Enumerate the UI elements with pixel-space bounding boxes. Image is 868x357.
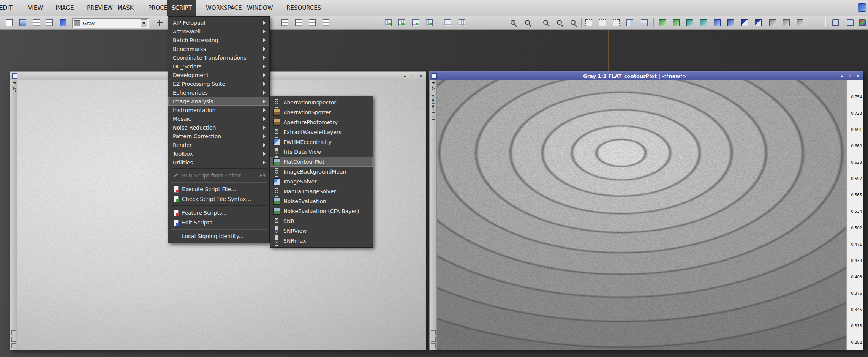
resize-mode-icon[interactable]	[11, 343, 16, 348]
split-horizontal-icon[interactable]	[625, 17, 635, 28]
minimize-button[interactable]	[394, 73, 400, 79]
menu-item-aip-felopaul[interactable]: AIP Felopaul	[168, 18, 269, 27]
process-icon-3[interactable]	[685, 17, 695, 28]
pan-mode-icon[interactable]	[11, 337, 16, 342]
maximize-button[interactable]	[409, 73, 416, 79]
pan-icon[interactable]	[154, 17, 165, 28]
menu-item-instrumentation[interactable]: Instrumentation	[168, 106, 269, 114]
grid-green-icon-3[interactable]	[410, 17, 421, 28]
annotate-icon-2[interactable]	[753, 17, 764, 28]
readout-icon-2[interactable]	[293, 17, 304, 28]
grid-green-icon-1[interactable]	[383, 17, 394, 28]
menu-item-batch-processing[interactable]: Batch Processing	[168, 36, 269, 44]
resize-mode-icon[interactable]	[431, 343, 436, 348]
window-contour[interactable]: Gray 1:2 FLAT_contourPlot | <*new*> FLAT…	[429, 71, 863, 350]
menu-item-ez-processing-suite[interactable]: EZ Processing Suite	[168, 79, 269, 88]
submenu-item-snrview[interactable]: SNRView	[270, 226, 373, 236]
submenu-item-noiseevaluation-cfa-bayer[interactable]: NoiseEvaluation (CFA Bayer)	[270, 206, 373, 216]
process-icon-4[interactable]	[698, 17, 709, 28]
menu-item-development[interactable]: Development	[168, 71, 269, 79]
monitor-icon-2[interactable]	[845, 17, 855, 28]
pan-mode-icon[interactable]	[431, 337, 436, 342]
mask-icon-1[interactable]	[712, 17, 723, 28]
submenu-item-flatcontourplot[interactable]: FlatContourPlot	[270, 157, 373, 167]
submenu-item-aperturephotometry[interactable]: AperturePhotometry	[270, 117, 373, 127]
submenu-item-snrmax[interactable]: SNRmax	[270, 236, 373, 246]
menubar-item-script[interactable]: SCRIPT	[167, 0, 196, 16]
menubar-item-edit[interactable]: EDIT	[0, 0, 17, 16]
zoom-mode-icon[interactable]	[431, 330, 436, 335]
submenu-item-imagesolver[interactable]: ImageSolver	[270, 177, 373, 186]
zoom-in-icon[interactable]	[508, 17, 519, 28]
open-image-icon[interactable]	[17, 17, 28, 28]
close-button[interactable]	[855, 73, 861, 79]
menu-item-pattern-correction[interactable]: Pattern Correction	[168, 132, 269, 141]
readout-icon-1[interactable]	[280, 17, 290, 28]
zoom-custom-icon[interactable]	[568, 17, 579, 28]
menu-item-render[interactable]: Render	[168, 141, 269, 149]
zoom-out-icon[interactable]	[523, 17, 533, 28]
shade-button[interactable]	[402, 73, 408, 79]
tile-icon-2[interactable]	[457, 17, 467, 28]
tool-icon-1[interactable]	[767, 17, 778, 28]
tool-icon-2[interactable]	[781, 17, 792, 28]
zoom-1-1-icon[interactable]	[541, 17, 552, 28]
view-selector[interactable]: Gray	[72, 18, 149, 28]
submenu-item-manualimagesolver[interactable]: ManualImageSolver	[270, 186, 373, 196]
menu-item-execute-script-file[interactable]: Execute Script File...	[168, 184, 269, 194]
minimize-button[interactable]	[831, 73, 837, 79]
grid-green-icon-2[interactable]	[397, 17, 407, 28]
submenu-item-extractwaveletlayers[interactable]: ExtractWaveletLayers	[270, 127, 373, 137]
menubar-item-window[interactable]: WINDOW	[242, 0, 278, 16]
menubar-item-resources[interactable]: RESOURCES	[282, 0, 326, 16]
submenu-item-imagebackgroundmean[interactable]: ImageBackgroundMean	[270, 167, 373, 177]
dropdown-arrow-icon[interactable]	[141, 19, 147, 27]
tool-icon-3[interactable]	[795, 17, 805, 28]
mask-icon-2[interactable]	[726, 17, 736, 28]
menu-item-benchmarks[interactable]: Benchmarks	[168, 44, 269, 53]
contour-plot-canvas[interactable]	[437, 80, 846, 350]
close-button[interactable]	[417, 73, 424, 79]
menu-item-coordinate-transformations[interactable]: Coordinate Transformations	[168, 53, 269, 62]
zoom-mode-icon[interactable]	[11, 330, 16, 335]
menubar-item-mask[interactable]: MASK	[113, 0, 138, 16]
monitor-icon-1[interactable]	[830, 17, 841, 28]
menu-item-edit-scripts[interactable]: Edit Scripts...	[168, 218, 269, 227]
menu-item-astroswell[interactable]: AstroSwell	[168, 27, 269, 36]
save-image-icon[interactable]	[31, 17, 42, 28]
submenu-item-snr[interactable]: SNR	[270, 216, 373, 226]
menu-item-local-signing-identity[interactable]: Local Signing Identity...	[168, 231, 269, 241]
tile-icon-1[interactable]	[442, 17, 453, 28]
process-icon-1[interactable]	[657, 17, 668, 28]
readout-icon-3[interactable]	[307, 17, 318, 28]
menu-item-check-script-syntax[interactable]: Check Script File Syntax...	[168, 194, 269, 204]
split-vertical-icon[interactable]	[639, 17, 650, 28]
grid-green-icon-4[interactable]	[424, 17, 435, 28]
menubar-item-image[interactable]: IMAGE	[51, 0, 78, 16]
menu-item-toolbox[interactable]: Toolbox	[168, 149, 269, 158]
submenu-item-fits-data-view[interactable]: Fits Data View	[270, 147, 373, 157]
readout-icon-4[interactable]	[321, 17, 331, 28]
menu-item-feature-scripts[interactable]: Feature Scripts...	[168, 208, 269, 218]
menu-item-noise-reduction[interactable]: Noise Reduction	[168, 123, 269, 132]
fit-view-icon[interactable]	[555, 17, 565, 28]
menu-item-image-analysis[interactable]: Image Analysis	[168, 97, 269, 106]
duplicate-image-icon[interactable]	[44, 17, 55, 28]
maximize-button[interactable]	[847, 73, 853, 79]
image-tab-flat[interactable]: FLAT	[10, 80, 17, 350]
shade-button[interactable]	[839, 73, 845, 79]
menu-item-ephemerides[interactable]: Ephemerides	[168, 88, 269, 97]
menu-item-utilities[interactable]: Utilities	[168, 158, 269, 167]
annotate-icon-1[interactable]	[739, 17, 750, 28]
image-tab-contour[interactable]: FLAT_contourPlot	[430, 80, 437, 350]
process-icon-2[interactable]	[671, 17, 681, 28]
submenu-item-noiseevaluation[interactable]: NoiseEvaluation	[270, 196, 373, 206]
monitor-color-icon[interactable]	[857, 17, 868, 28]
submenu-item-aberrationspotter[interactable]: AberrationSpotter	[270, 107, 373, 117]
new-preview-icon[interactable]	[583, 17, 594, 28]
menubar-item-workspace[interactable]: WORKSPACE	[201, 0, 246, 16]
new-image-icon[interactable]	[4, 17, 14, 28]
preview-mode-icon[interactable]	[611, 17, 621, 28]
app-logo-icon[interactable]	[858, 3, 866, 12]
submenu-item-fwhmeccentricity[interactable]: FWHMEccentricity	[270, 137, 373, 147]
